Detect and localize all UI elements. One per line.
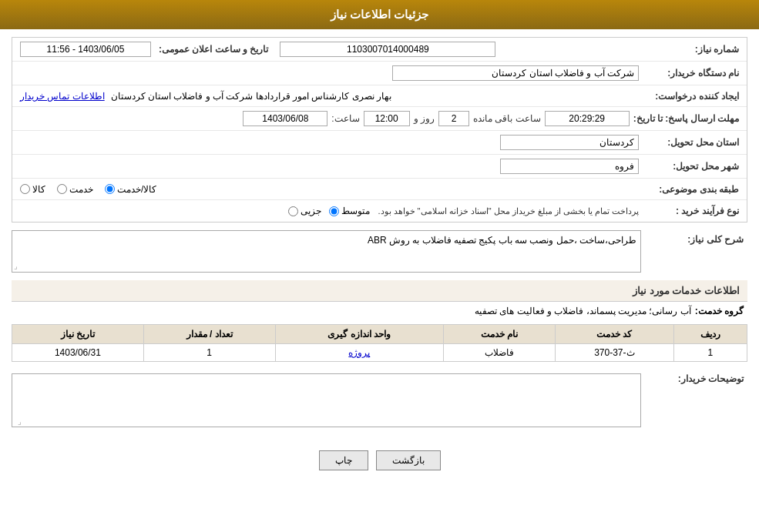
row-purchase-type: نوع فرآیند خرید : پرداخت تمام یا بخشی از…	[12, 200, 747, 222]
row-category: طبقه بندی موضوعی: کالا/خدمت خدمت کالا	[12, 179, 747, 200]
row-creator: ایجاد کننده درخواست: بهار نصری کارشناس ا…	[12, 85, 747, 107]
col-header-row: ردیف	[673, 325, 747, 344]
purchase-medium-radio[interactable]	[329, 206, 339, 216]
row-deadline: مهلت ارسال پاسخ: تا تاریخ: 20:29:29 ساعت…	[12, 107, 747, 131]
category-radio-group: کالا/خدمت خدمت کالا	[20, 184, 639, 195]
category-kala-label: کالا	[32, 184, 45, 195]
purchase-partial-label: جزیی	[301, 206, 321, 216]
category-option-kala-khadamat: کالا/خدمت	[105, 184, 156, 195]
col-header-date: تاریخ نیاز	[12, 325, 144, 344]
category-kala-khadamat-label: کالا/خدمت	[117, 184, 156, 195]
cell-row-1: 1	[673, 344, 747, 362]
category-label: طبقه بندی موضوعی:	[643, 184, 743, 195]
col-header-name: نام خدمت	[444, 325, 556, 344]
need-desc-value: طراحی،ساخت ،حمل ونصب سه باب پکیج تصفیه ف…	[368, 235, 636, 246]
row-buyer-org: نام دستگاه خریدار: شرکت آب و فاضلاب استا…	[12, 62, 747, 85]
buyer-desc-section: توضیحات خریدار: ⌟	[12, 370, 747, 431]
service-group-label: گروه خدمت:	[695, 306, 744, 316]
resize-handle-buyer-icon: ⌟	[14, 417, 22, 425]
announce-value: 1403/06/05 - 11:56	[20, 42, 151, 57]
services-section-label: اطلاعات خدمات مورد نیاز	[633, 285, 740, 296]
buyer-desc-box: ⌟	[12, 373, 641, 427]
table-row: 1 ث-37-370 فاضلاب پروژه 1 1403/06/31	[12, 344, 747, 362]
col-header-unit: واحد اندازه گیری	[275, 325, 444, 344]
creator-value: بهار نصری کارشناس امور قراردادها شرکت آب…	[111, 91, 391, 102]
creator-contact-link[interactable]: اطلاعات تماس خریدار	[20, 91, 105, 102]
purchase-desc: پرداخت تمام یا بخشی از مبلغ خریداز محل "…	[378, 206, 639, 216]
announce-label: تاریخ و ساعت اعلان عمومی:	[159, 44, 272, 55]
need-desc-box: طراحی،ساخت ،حمل ونصب سه باب پکیج تصفیه ف…	[12, 230, 641, 273]
resize-handle-icon: ⌟	[14, 262, 18, 270]
need-number-label: شماره نیاز:	[643, 44, 743, 55]
deadline-time-label: ساعت:	[331, 113, 359, 124]
cell-date-1: 1403/06/31	[12, 344, 144, 362]
back-button[interactable]: بازگشت	[376, 450, 441, 470]
page-header: جزئیات اطلاعات نیاز	[0, 0, 759, 29]
deadline-time: 12:00	[364, 111, 410, 126]
col-header-qty: تعداد / مقدار	[143, 325, 275, 344]
need-desc-section: شرح کلی نیاز: طراحی،ساخت ،حمل ونصب سه با…	[12, 230, 747, 273]
city-value: فروه	[500, 159, 639, 174]
category-option-kala: کالا	[20, 184, 45, 195]
cell-name-1: فاضلاب	[444, 344, 556, 362]
cell-unit-1[interactable]: پروژه	[275, 344, 444, 362]
category-khadamat-radio[interactable]	[57, 184, 67, 194]
buyer-org-value: شرکت آب و فاضلاب استان کردستان	[392, 65, 639, 81]
deadline-day-label: روز و	[414, 113, 435, 124]
service-group-value: آب رسانی؛ مدیریت پسماند، فاضلاب و فعالیت…	[15, 306, 691, 316]
city-label: شهر محل تحویل:	[643, 161, 743, 172]
deadline-date: 1403/06/08	[243, 111, 327, 126]
deadline-label: مهلت ارسال پاسخ: تا تاریخ:	[633, 113, 743, 124]
cell-qty-1: 1	[143, 344, 275, 362]
purchase-type-group: پرداخت تمام یا بخشی از مبلغ خریداز محل "…	[20, 206, 639, 216]
row-need-number: شماره نیاز: 1103007014000489 تاریخ و ساع…	[12, 38, 747, 62]
deadline-days: 2	[438, 111, 469, 126]
service-group-row: گروه خدمت: آب رسانی؛ مدیریت پسماند، فاضل…	[12, 302, 747, 320]
services-table: ردیف کد خدمت نام خدمت واحد اندازه گیری ت…	[12, 324, 747, 362]
category-kala-khadamat-radio[interactable]	[105, 184, 115, 194]
purchase-type-partial: جزیی	[288, 206, 321, 216]
services-section-header: اطلاعات خدمات مورد نیاز	[12, 280, 747, 302]
purchase-medium-label: متوسط	[341, 206, 370, 216]
category-kala-radio[interactable]	[20, 184, 30, 194]
purchase-partial-radio[interactable]	[288, 206, 298, 216]
print-button[interactable]: چاپ	[319, 450, 368, 470]
purchase-type-medium: متوسط	[329, 206, 370, 216]
category-option-khadamat: خدمت	[57, 184, 93, 195]
buyer-org-label: نام دستگاه خریدار:	[643, 68, 743, 79]
need-number-value: 1103007014000489	[280, 42, 495, 57]
page-title: جزئیات اطلاعات نیاز	[331, 8, 428, 21]
purchase-type-label: نوع فرآیند خرید :	[643, 206, 743, 216]
province-value: کردستان	[500, 135, 639, 150]
category-khadamat-label: خدمت	[69, 184, 93, 195]
deadline-remaining: 20:29:29	[545, 111, 630, 126]
creator-label: ایجاد کننده درخواست:	[643, 91, 743, 102]
province-label: استان محل تحویل:	[643, 137, 743, 148]
deadline-remaining-label: ساعت باقی مانده	[473, 113, 541, 124]
col-header-code: کد خدمت	[555, 325, 673, 344]
buyer-desc-label: توضیحات خریدار:	[647, 370, 747, 384]
row-city: شهر محل تحویل: فروه	[12, 155, 747, 179]
main-form: شماره نیاز: 1103007014000489 تاریخ و ساع…	[12, 37, 747, 223]
button-row: بازگشت چاپ	[12, 439, 747, 482]
row-province: استان محل تحویل: کردستان	[12, 131, 747, 155]
need-desc-label: شرح کلی نیاز:	[647, 230, 747, 245]
cell-code-1: ث-37-370	[555, 344, 673, 362]
